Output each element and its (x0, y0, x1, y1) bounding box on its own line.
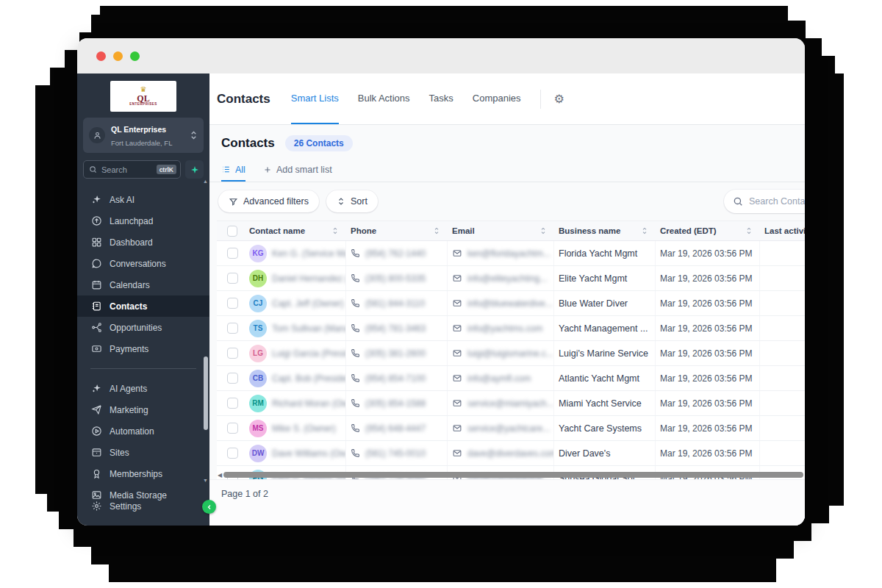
contacts-search[interactable] (724, 190, 805, 213)
table-row[interactable]: CJ Capt. Jeff (Owner) (561) 844-3110 (217, 291, 805, 316)
table-row[interactable]: RM Richard Moran (Ow... (305) 854-1588 (217, 391, 805, 416)
sidebar-item-icon (90, 194, 102, 206)
row-checkbox[interactable] (227, 423, 238, 434)
sort-button[interactable]: Sort (326, 190, 378, 212)
top-tab[interactable]: Smart Lists (291, 74, 339, 124)
row-checkbox[interactable] (227, 323, 238, 334)
sidebar-item-label: Settings (110, 501, 141, 512)
sort-phone-icon[interactable] (433, 226, 440, 235)
contacts-count-badge[interactable]: 26 Contacts (285, 135, 353, 151)
created-date: Mar 19, 2026 03:56 PM (660, 398, 752, 409)
top-tab[interactable]: Tasks (429, 74, 453, 124)
email-icon (452, 398, 462, 408)
tab-all-label: All (235, 165, 245, 175)
sidebar-scrollbar[interactable] (204, 356, 208, 430)
sort-created-icon[interactable] (745, 226, 753, 235)
row-checkbox[interactable] (227, 248, 238, 259)
main-content: Contacts Smart Lists Bulk Actions Tasks … (209, 74, 805, 526)
row-checkbox[interactable] (227, 298, 238, 309)
scroll-left-arrow-icon[interactable]: ◀ (218, 472, 222, 478)
horizontal-scrollbar-thumb[interactable] (223, 472, 803, 478)
sidebar-item[interactable]: Memberships (77, 463, 209, 484)
sidebar-item-icon (90, 237, 102, 248)
sort-email-icon[interactable] (539, 226, 547, 235)
sidebar-item[interactable]: Ask AI (77, 189, 209, 210)
select-all-checkbox[interactable] (227, 226, 237, 237)
top-tab[interactable]: Companies (473, 74, 521, 124)
contact-name: Daniel Hernandez (... (272, 273, 346, 284)
quick-actions-button[interactable] (185, 160, 204, 179)
app-window: ♛ QL ENTERPRISES QL Enterprises Fort Lau… (77, 38, 805, 526)
contacts-settings-gear-icon[interactable]: ⚙ (554, 92, 564, 106)
column-header-last-activity: Last activity (764, 226, 805, 235)
contact-avatar: MS (249, 420, 267, 437)
advanced-filters-button[interactable]: Advanced filters (218, 190, 319, 212)
close-window-button[interactable] (96, 51, 106, 61)
horizontal-scrollbar[interactable]: ◀ (217, 470, 805, 479)
sidebar-item[interactable]: Opportunities (77, 317, 209, 338)
email-icon (452, 348, 462, 358)
sidebar-item-icon (90, 404, 102, 416)
zoom-window-button[interactable] (130, 51, 140, 61)
sidebar-item-label: Opportunities (110, 323, 162, 333)
sidebar-search-input[interactable]: Search ctrlK (83, 160, 181, 179)
sidebar-item[interactable]: Contacts (77, 295, 209, 317)
contact-email: info@yachtms.com (467, 323, 542, 334)
row-checkbox[interactable] (227, 373, 238, 384)
sidebar-item[interactable]: Sites (77, 442, 209, 463)
section-title: Contacts (221, 136, 275, 151)
chevron-up-down-icon (190, 130, 198, 140)
contacts-search-input[interactable] (749, 196, 805, 207)
top-tabs: Smart Lists Bulk Actions Tasks Companies (291, 74, 521, 124)
sidebar-item[interactable]: Payments (77, 338, 209, 359)
sidebar-item-icon (90, 301, 102, 312)
spark-icon (190, 165, 199, 174)
table-row[interactable]: DH Daniel Hernandez (... (305) 800-5335 (217, 266, 805, 291)
table-row[interactable]: DW Dave Williams (Ow... (561) 745-0010 (217, 441, 805, 466)
sidebar-item[interactable]: Calendars (77, 274, 209, 295)
row-checkbox[interactable] (227, 448, 238, 459)
organization-switcher[interactable]: QL Enterprises Fort Lauderdale, FL (83, 118, 204, 153)
sidebar-item[interactable]: AI Agents (77, 378, 209, 399)
sort-contact-name-icon[interactable] (331, 226, 339, 235)
sidebar-item-settings[interactable]: Settings (77, 495, 209, 517)
table-row[interactable]: KG Ken G. (Service Ma... (954) 762-1440 (217, 241, 805, 266)
row-checkbox[interactable] (227, 273, 238, 284)
sidebar-item[interactable]: Dashboard (77, 232, 209, 253)
table-row[interactable]: MS Mike S. (Owner) (954) 648-4447 (217, 416, 805, 441)
sidebar-item[interactable]: Conversations (77, 253, 209, 274)
scroll-down-arrow-icon[interactable]: ▼ (203, 478, 208, 483)
contact-name: Luigi Garcia (Presid... (272, 348, 346, 359)
business-name: Atlantic Yacht Mgmt (559, 373, 639, 384)
sidebar-item[interactable]: Automation (77, 420, 209, 442)
table-row[interactable]: LG Luigi Garcia (Presid... (305) 381-260… (217, 341, 805, 366)
tab-all[interactable]: All (221, 159, 245, 182)
sidebar-item[interactable]: Launchpad (77, 210, 209, 232)
table-row[interactable]: TS Tom Sullivan (Mana... (954) 781-3463 (217, 316, 805, 341)
sidebar-collapse-button[interactable] (202, 500, 216, 514)
minimize-window-button[interactable] (113, 51, 123, 61)
scroll-up-arrow-icon[interactable]: ▲ (203, 179, 208, 184)
table-body: KG Ken G. (Service Ma... (954) 762-1440 (217, 241, 805, 479)
contact-email: info@aymfl.com (467, 373, 531, 384)
business-name: Luigi's Marine Service (559, 348, 648, 359)
page-title: Contacts (217, 92, 270, 107)
contact-email: service@miamiyach... (467, 398, 554, 409)
contact-avatar: KG (249, 245, 267, 262)
contact-name: Tom Sullivan (Mana... (272, 323, 346, 334)
business-name: Yacht Care Systems (559, 423, 642, 434)
smart-list-tabs: All Add smart list (209, 159, 805, 182)
sidebar-item[interactable]: Marketing (77, 399, 209, 420)
organization-name: QL Enterprises (111, 125, 166, 134)
top-tab[interactable]: Bulk Actions (358, 74, 410, 124)
row-checkbox[interactable] (227, 348, 238, 359)
add-smart-list-button[interactable]: Add smart list (263, 159, 332, 182)
table-row[interactable]: CB Capt. Bob (President) (954) 854-7100 (217, 366, 805, 391)
contacts-section: Contacts 26 Contacts All Add smart list (209, 125, 805, 526)
sort-business-icon[interactable] (641, 226, 648, 235)
phone-icon (351, 398, 360, 408)
list-icon (221, 165, 231, 174)
contact-name: Dave Williams (Ow... (272, 448, 346, 459)
row-checkbox[interactable] (227, 398, 238, 409)
gear-icon (90, 501, 102, 512)
